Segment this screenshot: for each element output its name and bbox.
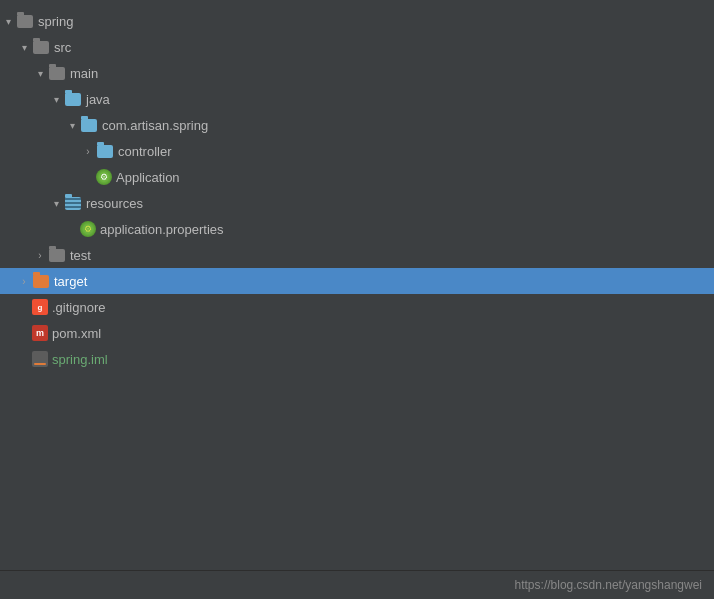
tree-item-application[interactable]: Application	[0, 164, 714, 190]
label-main: main	[70, 66, 98, 81]
label-java: java	[86, 92, 110, 107]
pom-file-icon: m	[32, 325, 48, 341]
git-file-icon: g	[32, 299, 48, 315]
tree-item-iml[interactable]: spring.iml	[0, 346, 714, 372]
folder-icon-src	[32, 38, 50, 56]
chevron-target	[16, 273, 32, 289]
tree-item-app-props[interactable]: application.properties	[0, 216, 714, 242]
label-resources: resources	[86, 196, 143, 211]
label-application: Application	[116, 170, 180, 185]
status-url: https://blog.csdn.net/yangshangwei	[515, 578, 702, 592]
label-gitignore: .gitignore	[52, 300, 105, 315]
chevron-main	[32, 65, 48, 81]
chevron-java	[48, 91, 64, 107]
folder-icon-java	[64, 90, 82, 108]
tree-item-src[interactable]: src	[0, 34, 714, 60]
label-iml: spring.iml	[52, 352, 108, 367]
chevron-controller	[80, 143, 96, 159]
tree-item-pom[interactable]: m pom.xml	[0, 320, 714, 346]
tree-item-com-artisan-spring[interactable]: com.artisan.spring	[0, 112, 714, 138]
label-test: test	[70, 248, 91, 263]
label-src: src	[54, 40, 71, 55]
label-spring: spring	[38, 14, 73, 29]
props-file-icon	[80, 221, 96, 237]
tree-item-test[interactable]: test	[0, 242, 714, 268]
folder-icon-spring	[16, 12, 34, 30]
folder-icon-test	[48, 246, 66, 264]
iml-file-icon	[32, 351, 48, 367]
tree-item-controller[interactable]: controller	[0, 138, 714, 164]
tree-item-resources[interactable]: resources	[0, 190, 714, 216]
folder-icon-resources	[64, 194, 82, 212]
label-target: target	[54, 274, 87, 289]
chevron-test	[32, 247, 48, 263]
tree-item-main[interactable]: main	[0, 60, 714, 86]
folder-icon-com	[80, 116, 98, 134]
label-app-props: application.properties	[100, 222, 224, 237]
folder-icon-target	[32, 272, 50, 290]
tree-item-gitignore[interactable]: g .gitignore	[0, 294, 714, 320]
folder-icon-controller	[96, 142, 114, 160]
folder-icon-main	[48, 64, 66, 82]
label-com: com.artisan.spring	[102, 118, 208, 133]
tree-item-java[interactable]: java	[0, 86, 714, 112]
chevron-com	[64, 117, 80, 133]
chevron-spring	[0, 13, 16, 29]
chevron-src	[16, 39, 32, 55]
tree-item-target[interactable]: target	[0, 268, 714, 294]
label-controller: controller	[118, 144, 171, 159]
label-pom: pom.xml	[52, 326, 101, 341]
status-bar: https://blog.csdn.net/yangshangwei	[0, 570, 714, 598]
spring-boot-icon	[96, 169, 112, 185]
file-tree: spring src main java com.artisan.spring	[0, 0, 714, 570]
tree-item-spring[interactable]: spring	[0, 8, 714, 34]
chevron-resources	[48, 195, 64, 211]
